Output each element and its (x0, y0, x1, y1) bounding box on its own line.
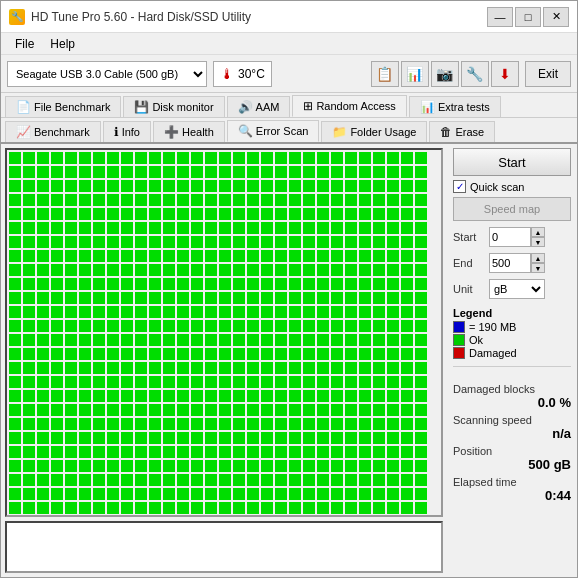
unit-select[interactable]: gB MB kB (489, 279, 545, 299)
tab-erase[interactable]: 🗑 Erase (429, 121, 495, 142)
legend-label-0: = 190 MB (469, 321, 516, 333)
title-bar: 🔧 HD Tune Pro 5.60 - Hard Disk/SSD Utili… (1, 1, 577, 33)
stats-section: Damaged blocks 0.0 % Scanning speed n/a … (453, 379, 571, 503)
info-icon: ℹ (114, 125, 119, 139)
position-label: Position (453, 445, 571, 457)
legend-section: Legend = 190 MB Ok Damaged (453, 307, 571, 360)
tab-random-access[interactable]: ⊞ Random Access (292, 95, 406, 117)
tabs-row1: 📄 File Benchmark 💾 Disk monitor 🔊 AAM ⊞ … (1, 93, 577, 118)
legend-title: Legend (453, 307, 571, 319)
tab-error-scan[interactable]: 🔍 Error Scan (227, 120, 320, 142)
error-scan-canvas (7, 150, 441, 515)
elapsed-time-value: 0:44 (453, 488, 571, 503)
end-label: End (453, 257, 485, 269)
divider-1 (453, 366, 571, 367)
health-icon: ➕ (164, 125, 179, 139)
tab-extra-tests[interactable]: 📊 Extra tests (409, 96, 501, 117)
temperature-value: 30°C (238, 67, 265, 81)
menu-file[interactable]: File (7, 35, 42, 53)
folder-usage-icon: 📁 (332, 125, 347, 139)
file-benchmark-icon: 📄 (16, 100, 31, 114)
end-spin-down[interactable]: ▼ (531, 263, 545, 273)
scanning-speed-value: n/a (453, 426, 571, 441)
drive-select[interactable]: Seagate USB 3.0 Cable (500 gB) (7, 61, 207, 87)
quick-scan-checkbox[interactable]: ✓ (453, 180, 466, 193)
menu-bar: File Help (1, 33, 577, 55)
damaged-blocks-value: 0.0 % (453, 395, 571, 410)
chart-area (5, 148, 443, 517)
elapsed-time-label: Elapsed time (453, 476, 571, 488)
legend-color-2 (453, 347, 465, 359)
extra-tests-icon: 📊 (420, 100, 435, 114)
start-label: Start (453, 231, 485, 243)
random-access-icon: ⊞ (303, 99, 313, 113)
error-scan-icon: 🔍 (238, 124, 253, 138)
legend-label-2: Damaged (469, 347, 517, 359)
end-spinner: ▲ ▼ (489, 253, 545, 273)
toolbar-btn-5[interactable]: ⬇ (491, 61, 519, 87)
damaged-blocks-label: Damaged blocks (453, 383, 571, 395)
title-bar-left: 🔧 HD Tune Pro 5.60 - Hard Disk/SSD Utili… (9, 9, 251, 25)
start-button[interactable]: Start (453, 148, 571, 176)
tab-disk-monitor[interactable]: 💾 Disk monitor (123, 96, 224, 117)
start-spin-down[interactable]: ▼ (531, 237, 545, 247)
app-icon: 🔧 (9, 9, 25, 25)
legend-item-1: Ok (453, 334, 571, 346)
toolbar-btn-3[interactable]: 📷 (431, 61, 459, 87)
scanning-speed-label: Scanning speed (453, 414, 571, 426)
start-spin-up[interactable]: ▲ (531, 227, 545, 237)
start-spinner: ▲ ▼ (489, 227, 545, 247)
quick-scan-row: ✓ Quick scan (453, 180, 571, 193)
window-title: HD Tune Pro 5.60 - Hard Disk/SSD Utility (31, 10, 251, 24)
tabs-row2: 📈 Benchmark ℹ Info ➕ Health 🔍 Error Scan… (1, 118, 577, 144)
tab-info[interactable]: ℹ Info (103, 121, 151, 142)
tab-benchmark[interactable]: 📈 Benchmark (5, 121, 101, 142)
position-value: 500 gB (453, 457, 571, 472)
end-input[interactable] (489, 253, 531, 273)
erase-icon: 🗑 (440, 125, 452, 139)
right-panel: Start ✓ Quick scan Speed map Start ▲ ▼ (447, 144, 577, 577)
toolbar: Seagate USB 3.0 Cable (500 gB) 🌡 30°C 📋 … (1, 55, 577, 93)
legend-item-2: Damaged (453, 347, 571, 359)
tab-aam[interactable]: 🔊 AAM (227, 96, 291, 117)
end-spinner-buttons: ▲ ▼ (531, 253, 545, 273)
thermometer-icon: 🌡 (220, 66, 234, 82)
tab-file-benchmark[interactable]: 📄 File Benchmark (5, 96, 121, 117)
unit-label: Unit (453, 283, 485, 295)
start-input[interactable] (489, 227, 531, 247)
toolbar-btn-2[interactable]: 📊 (401, 61, 429, 87)
benchmark-icon: 📈 (16, 125, 31, 139)
minimize-button[interactable]: — (487, 7, 513, 27)
log-area (5, 521, 443, 573)
legend-item-0: = 190 MB (453, 321, 571, 333)
toolbar-icons: 📋 📊 📷 🔧 ⬇ (371, 61, 519, 87)
disk-monitor-icon: 💾 (134, 100, 149, 114)
tab-folder-usage[interactable]: 📁 Folder Usage (321, 121, 427, 142)
legend-color-1 (453, 334, 465, 346)
title-buttons: — □ ✕ (487, 7, 569, 27)
start-spinner-buttons: ▲ ▼ (531, 227, 545, 247)
toolbar-btn-1[interactable]: 📋 (371, 61, 399, 87)
start-field-row: Start ▲ ▼ (453, 227, 571, 247)
close-button[interactable]: ✕ (543, 7, 569, 27)
exit-button[interactable]: Exit (525, 61, 571, 87)
menu-help[interactable]: Help (42, 35, 83, 53)
speed-map-button: Speed map (453, 197, 571, 221)
end-spin-up[interactable]: ▲ (531, 253, 545, 263)
toolbar-btn-4[interactable]: 🔧 (461, 61, 489, 87)
quick-scan-label: Quick scan (470, 181, 524, 193)
legend-color-0 (453, 321, 465, 333)
unit-row: Unit gB MB kB (453, 279, 571, 299)
maximize-button[interactable]: □ (515, 7, 541, 27)
temperature-display: 🌡 30°C (213, 61, 272, 87)
main-window: 🔧 HD Tune Pro 5.60 - Hard Disk/SSD Utili… (0, 0, 578, 578)
legend-label-1: Ok (469, 334, 483, 346)
main-content: Start ✓ Quick scan Speed map Start ▲ ▼ (1, 144, 577, 577)
end-field-row: End ▲ ▼ (453, 253, 571, 273)
aam-icon: 🔊 (238, 100, 253, 114)
tab-health[interactable]: ➕ Health (153, 121, 225, 142)
